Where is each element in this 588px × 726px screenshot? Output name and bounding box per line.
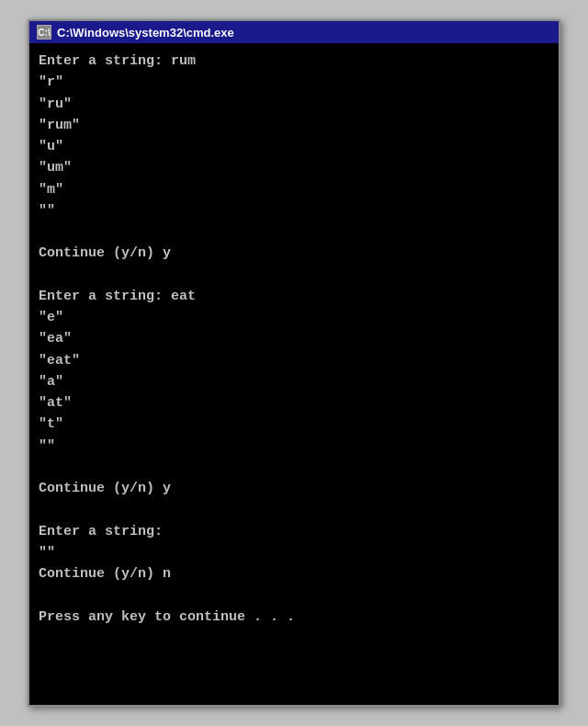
cmd-window: C:\ C:\Windows\system32\cmd.exe Enter a … — [28, 19, 560, 707]
title-bar: C:\ C:\Windows\system32\cmd.exe — [29, 21, 559, 43]
console-output: Enter a string: rum "r" "ru" "rum" "u" "… — [29, 43, 559, 705]
window-title: C:\Windows\system32\cmd.exe — [57, 26, 234, 40]
cmd-icon: C:\ — [37, 25, 51, 40]
